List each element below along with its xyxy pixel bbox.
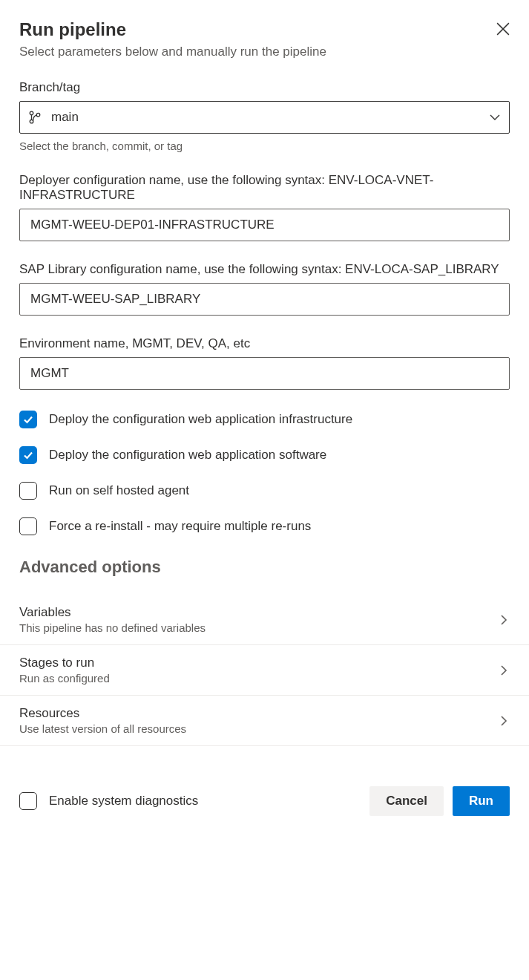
chevron-right-icon: [498, 614, 510, 626]
svg-point-2: [30, 111, 33, 115]
variables-row[interactable]: Variables This pipeline has no defined v…: [0, 595, 529, 644]
branch-icon: [28, 111, 42, 124]
resources-sub: Use latest version of all resources: [19, 722, 186, 735]
variables-sub: This pipeline has no defined variables: [19, 621, 206, 634]
deploy-software-label: Deploy the configuration web application…: [49, 448, 326, 463]
diagnostics-checkbox[interactable]: [19, 792, 37, 810]
svg-point-3: [36, 113, 40, 117]
branch-label: Branch/tag: [19, 80, 510, 95]
close-icon[interactable]: [496, 22, 510, 36]
page-subtitle: Select parameters below and manually run…: [19, 45, 510, 59]
stages-title: Stages to run: [19, 656, 110, 670]
reinstall-label: Force a re-install - may require multipl…: [49, 519, 311, 534]
deploy-infra-checkbox[interactable]: [19, 411, 37, 428]
cancel-button[interactable]: Cancel: [369, 786, 444, 816]
selfhosted-label: Run on self hosted agent: [49, 483, 189, 498]
selfhosted-checkbox[interactable]: [19, 482, 37, 500]
chevron-down-icon: [489, 111, 501, 123]
resources-row[interactable]: Resources Use latest version of all reso…: [0, 695, 529, 746]
run-button[interactable]: Run: [453, 786, 510, 816]
stages-sub: Run as configured: [19, 672, 110, 685]
resources-title: Resources: [19, 706, 186, 721]
branch-select[interactable]: main: [19, 101, 510, 134]
env-label: Environment name, MGMT, DEV, QA, etc: [19, 336, 510, 351]
chevron-right-icon: [498, 664, 510, 676]
deployer-input[interactable]: [19, 209, 510, 241]
diagnostics-label: Enable system diagnostics: [49, 794, 198, 808]
branch-helper: Select the branch, commit, or tag: [19, 140, 510, 152]
page-title: Run pipeline: [19, 19, 126, 40]
library-label: SAP Library configuration name, use the …: [19, 262, 510, 277]
env-input[interactable]: [19, 357, 510, 390]
variables-title: Variables: [19, 605, 206, 620]
deploy-infra-label: Deploy the configuration web application…: [49, 412, 352, 427]
advanced-heading: Advanced options: [19, 558, 510, 577]
deploy-software-checkbox[interactable]: [19, 446, 37, 464]
chevron-right-icon: [498, 715, 510, 727]
svg-point-4: [30, 120, 33, 123]
stages-row[interactable]: Stages to run Run as configured: [0, 644, 529, 695]
library-input[interactable]: [19, 283, 510, 316]
deployer-label: Deployer configuration name, use the fol…: [19, 173, 510, 203]
reinstall-checkbox[interactable]: [19, 517, 37, 535]
